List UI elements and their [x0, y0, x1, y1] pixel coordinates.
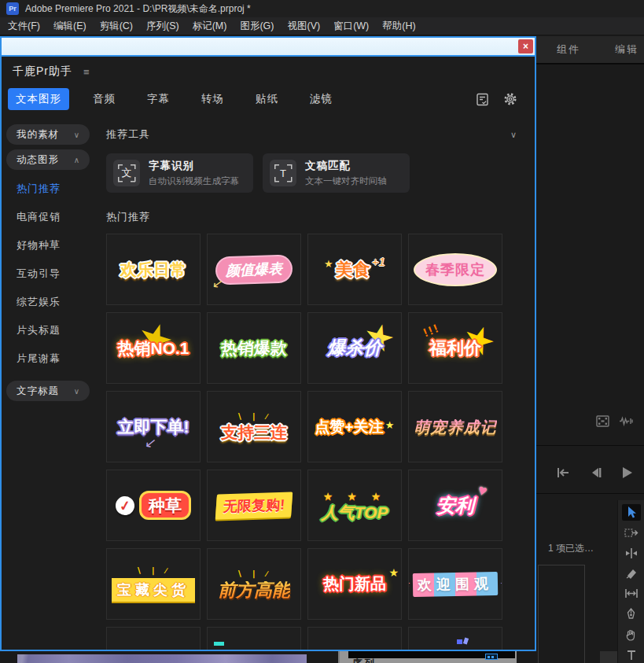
pen-tool-icon[interactable]: [622, 606, 641, 622]
chevron-up-icon: ∧: [74, 156, 79, 164]
slip-tool-icon[interactable]: [622, 586, 641, 602]
survey-feedback-icon[interactable]: [476, 93, 489, 106]
selection-tool-icon[interactable]: [622, 504, 641, 521]
sidebar-group-my-assets[interactable]: 我的素材 ∨: [6, 124, 90, 145]
sticker-cell-partial[interactable]: [307, 627, 402, 650]
sparkle-icon: ★: [385, 419, 395, 431]
sidebar-group-text-titles[interactable]: 文字标题 ∨: [6, 381, 90, 401]
sticker-happy-daily[interactable]: 欢乐日常: [106, 234, 201, 305]
gear-settings-icon[interactable]: [503, 92, 517, 106]
sticker-high-energy-ahead[interactable]: ∖ ∣ ∕前方高能: [207, 548, 301, 620]
sticker-cell-partial[interactable]: [106, 627, 201, 650]
track-select-forward-tool-icon[interactable]: [622, 525, 641, 541]
sticker-beauty-max[interactable]: 颜值爆表↙: [207, 234, 301, 305]
premiere-window: Pr Adobe Premiere Pro 2021 - D:\PR视频\未命名…: [0, 0, 644, 663]
menu-item-sequence[interactable]: 序列(S): [146, 20, 179, 33]
arrow-icon: ↙: [143, 433, 156, 451]
menu-item-graphics[interactable]: 图形(G): [240, 20, 274, 33]
sticker-like-and-follow[interactable]: 点赞+关注★: [307, 391, 402, 462]
sequence-dialog-fragment: 序列: [338, 650, 517, 663]
sidebar-item-hot-recommend[interactable]: 热门推荐: [2, 175, 94, 203]
go-to-in-icon[interactable]: [555, 466, 571, 480]
tab-stickers[interactable]: 贴纸: [248, 88, 286, 110]
sidebar-group-motion-graphics[interactable]: 动态图形 ∧: [6, 149, 90, 170]
exclamation-icon: !!!: [421, 321, 441, 338]
sticker-spring-limited[interactable]: 春季限定: [408, 234, 502, 305]
panel-scrollbar-fragment[interactable]: [600, 651, 617, 663]
hand-tool-icon[interactable]: [622, 626, 641, 643]
play-icon[interactable]: [621, 466, 633, 479]
menu-item-clip[interactable]: 剪辑(C): [100, 20, 133, 33]
chevron-down-icon: ∨: [74, 387, 79, 396]
sticker-hot-sale-bestseller[interactable]: 热销爆款: [207, 312, 301, 384]
program-monitor-video-thumbnail[interactable]: [17, 654, 307, 663]
sticker-recommend-anli[interactable]: 安利♥: [408, 470, 502, 541]
step-back-icon[interactable]: [590, 466, 602, 479]
sticker-hot-new-product[interactable]: 热门新品★: [307, 548, 402, 620]
app-titlebar: Pr Adobe Premiere Pro 2021 - D:\PR视频\未命名…: [0, 0, 644, 17]
chevron-down-icon: ∨: [74, 131, 79, 139]
rays-icon: ∖ ∣ ∕: [221, 412, 287, 421]
tab-audio[interactable]: 音频: [85, 88, 123, 110]
plugin-header: 千鹿Pr助手 ≡: [2, 57, 535, 79]
sticker-welcome-watch[interactable]: ★欢迎围观★: [408, 548, 502, 620]
menu-item-view[interactable]: 视图(V): [287, 20, 320, 33]
sticker-fragment: [457, 639, 462, 644]
razor-tool-icon[interactable]: [622, 565, 641, 582]
sticker-benefit-price[interactable]: !!!★福利价: [408, 312, 502, 384]
sticker-popularity-top[interactable]: ★ ★ ★人气TOP: [307, 470, 402, 541]
sticker-triple-support[interactable]: ∖ ∣ ∕支持三连: [207, 391, 301, 462]
plugin-main: 推荐工具 ∨ 文 字幕识别 自动识别视频生成字幕 T 文稿匹配: [94, 118, 535, 650]
tab-transitions[interactable]: 转场: [193, 88, 232, 110]
tab-text-graphics[interactable]: 文本图形: [8, 88, 69, 110]
collapse-chevron-icon[interactable]: ∨: [510, 130, 517, 140]
plugin-titlebar[interactable]: ×: [2, 38, 535, 57]
sticker-cell-partial[interactable]: [207, 627, 301, 650]
transport-controls: [555, 466, 633, 480]
sticker-hot-sale-no1[interactable]: ★热销NO.1: [106, 312, 201, 384]
sidebar-item-opening-title[interactable]: 片头标题: [2, 316, 94, 344]
sticker-treasure-goods[interactable]: ∖ ∣ ∕宝藏尖货: [106, 548, 201, 620]
tab-subtitles[interactable]: 字幕: [139, 88, 178, 110]
waveform-toggle-icon[interactable]: [485, 654, 498, 660]
sidebar-item-ending-credits[interactable]: 片尾谢幕: [2, 344, 94, 373]
sticker-grass-planting[interactable]: ✓种草: [106, 470, 201, 541]
sidebar-item-variety-entertainment[interactable]: 综艺娱乐: [2, 288, 94, 316]
sticker-flash-price[interactable]: ★爆杀价: [307, 312, 402, 384]
menu-item-window[interactable]: 窗口(W): [333, 20, 369, 33]
hamburger-menu-icon[interactable]: ≡: [83, 66, 90, 78]
sticker-food-plus-one[interactable]: ★美食+1: [307, 234, 402, 305]
scan-text-icon: 文: [113, 160, 140, 186]
tools-panel: [617, 500, 644, 663]
sticker-cell-partial[interactable]: [408, 627, 502, 650]
right-panel: 组件 编辑 1 项已选…: [536, 36, 644, 663]
menu-item-help[interactable]: 帮助(H): [382, 20, 415, 33]
window-title: Adobe Premiere Pro 2021 - D:\PR视频\未命名.pr…: [25, 2, 251, 16]
sticker-unlimited-repurchase[interactable]: 无限复购!: [207, 470, 301, 541]
tool-card-subtitle-recognition[interactable]: 文 字幕识别 自动识别视频生成字幕: [106, 153, 253, 193]
project-panel-edge: [538, 565, 585, 663]
drag-audio-only-icon[interactable]: [619, 415, 633, 427]
plugin-sidebar: 我的素材 ∨ 动态图形 ∧ 热门推荐 电商促销 好物种草 互动引导 综艺娱乐 片…: [2, 118, 94, 650]
tab-filters[interactable]: 滤镜: [302, 88, 340, 110]
sidebar-item-product-seeding[interactable]: 好物种草: [2, 231, 94, 260]
type-tool-icon[interactable]: [622, 646, 641, 663]
menu-item-file[interactable]: 文件(F): [8, 20, 40, 33]
sequence-label: 序列: [352, 657, 376, 663]
plugin-tab-bar: 文本图形 音频 字幕 转场 贴纸 滤镜: [2, 79, 535, 118]
sidebar-item-interactive-guide[interactable]: 互动引导: [2, 260, 94, 288]
ripple-edit-tool-icon[interactable]: [622, 545, 641, 562]
sticker-pet-raising-diary[interactable]: 萌宠养成记: [408, 391, 502, 462]
sticker-order-now[interactable]: 立即下单!↙: [106, 391, 201, 462]
qianlu-plugin-window: × 千鹿Pr助手 ≡ 文本图形 音频 字幕 转场 贴纸 滤镜: [0, 36, 536, 651]
menu-item-markers[interactable]: 标记(M): [193, 20, 227, 33]
sidebar-item-ecommerce-promo[interactable]: 电商促销: [2, 203, 94, 231]
tab-edit[interactable]: 编辑: [615, 42, 638, 57]
close-icon[interactable]: ×: [518, 39, 533, 53]
rays-icon: ∖ ∣ ∕: [112, 566, 195, 575]
selection-count: 1 项已选…: [548, 542, 594, 555]
tab-components[interactable]: 组件: [557, 42, 580, 57]
tool-card-script-match[interactable]: T 文稿匹配 文本一键对齐时间轴: [263, 153, 410, 193]
menu-item-edit[interactable]: 编辑(E): [53, 20, 86, 33]
drag-video-only-icon[interactable]: [596, 415, 609, 427]
